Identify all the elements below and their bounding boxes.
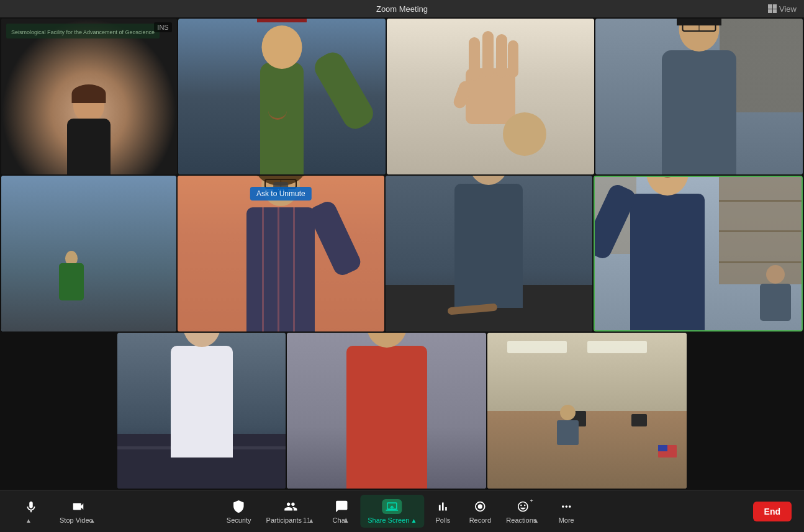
- video-cell-5: [1, 176, 176, 331]
- video-cell-10: 🦌: [287, 333, 486, 489]
- participants-button[interactable]: Participants 11 ▲: [259, 495, 323, 528]
- window-title: Zoom Meeting: [376, 4, 428, 14]
- record-button[interactable]: Record: [461, 495, 499, 528]
- security-icon: [232, 498, 246, 515]
- title-bar: Zoom Meeting View: [0, 0, 804, 17]
- security-label: Security: [227, 516, 251, 524]
- video-row-2: Ask to Unmute ···: [1, 176, 803, 331]
- more-label: More: [559, 516, 574, 524]
- video-cell-2: [178, 19, 386, 174]
- participants-caret[interactable]: ▲: [307, 517, 315, 524]
- reactions-button[interactable]: + Reactions ▲: [499, 495, 548, 528]
- mic-icon: [24, 499, 38, 515]
- video-row-1: Seismological Facility for the Advanceme…: [1, 19, 803, 174]
- grid-icon: [768, 4, 777, 13]
- share-screen-label: Share Screen: [368, 516, 409, 524]
- participants-icon: [284, 498, 297, 515]
- video-cell-1: Seismological Facility for the Advanceme…: [1, 19, 177, 174]
- toolbar-left: ▲ Stop Video ▲: [12, 495, 104, 528]
- video-cell-9: [117, 333, 286, 489]
- chat-button[interactable]: Chat ▲: [323, 495, 360, 528]
- toolbar: ▲ Stop Video ▲ Security: [0, 490, 804, 532]
- video-row-3: 🦌: [1, 333, 803, 489]
- video-cell-4: [595, 19, 803, 174]
- video-area: Seismological Facility for the Advanceme…: [0, 17, 804, 490]
- record-icon: [473, 498, 487, 515]
- video-cell-8: [594, 176, 803, 331]
- chat-icon: [335, 498, 348, 515]
- more-button[interactable]: More: [548, 495, 585, 528]
- polls-icon: [436, 498, 449, 515]
- chat-caret[interactable]: ▲: [342, 517, 351, 524]
- ask-unmute-button[interactable]: Ask to Unmute: [250, 187, 312, 201]
- mic-caret[interactable]: ▲: [24, 517, 33, 524]
- record-label: Record: [469, 516, 491, 524]
- security-button[interactable]: Security: [219, 495, 259, 528]
- view-button[interactable]: View: [768, 4, 797, 14]
- participants-label: Participants: [266, 516, 302, 524]
- video-cell-3: [387, 19, 594, 174]
- view-label: View: [779, 4, 797, 14]
- stop-video-button[interactable]: Stop Video ▲: [52, 495, 104, 528]
- video-cell-6: Ask to Unmute ···: [178, 176, 384, 331]
- video-icon: [71, 498, 85, 515]
- polls-button[interactable]: Polls: [424, 495, 461, 528]
- toolbar-center: Security Participants 11 ▲ Ch: [219, 495, 585, 528]
- more-icon: [559, 498, 573, 515]
- video-cell-7: [386, 176, 592, 331]
- svg-point-1: [478, 504, 482, 508]
- share-screen-icon: [382, 498, 402, 515]
- share-screen-button[interactable]: Share Screen ▲: [360, 495, 424, 528]
- mute-button[interactable]: ▲: [12, 495, 50, 528]
- reactions-caret[interactable]: ▲: [531, 517, 540, 524]
- toolbar-end: End: [753, 502, 792, 521]
- end-button[interactable]: End: [753, 502, 792, 521]
- polls-label: Polls: [435, 516, 450, 524]
- video-cell-11: [487, 333, 687, 489]
- reactions-icon: +: [517, 498, 530, 515]
- video-caret[interactable]: ▲: [88, 517, 97, 524]
- share-caret[interactable]: ▲: [410, 517, 417, 524]
